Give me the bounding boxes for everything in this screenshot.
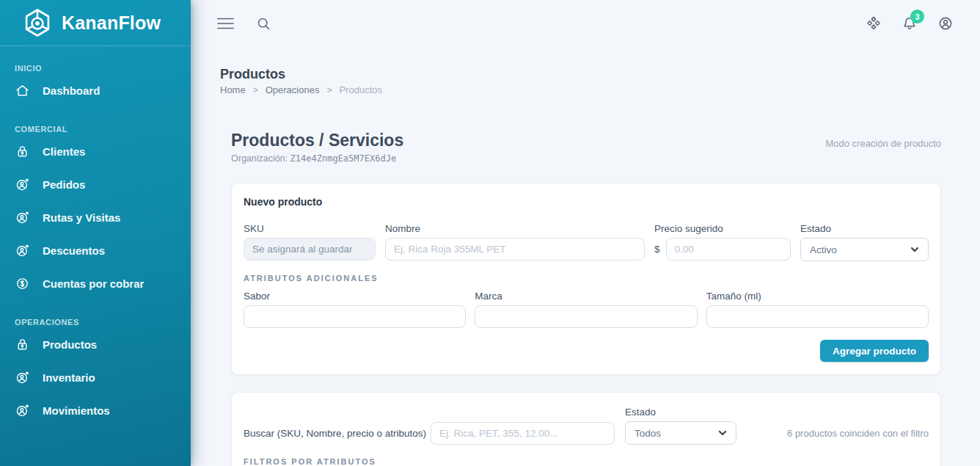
organization-label: Organización: <box>231 153 288 164</box>
mode-note: Modo creación de producto <box>825 138 941 164</box>
marca-label: Marca <box>475 291 697 302</box>
sku-label: SKU <box>244 223 376 235</box>
dollar-circle-icon <box>15 276 30 291</box>
product-filter-card: Buscar (SKU, Nombre, precio o atributos)… <box>231 392 941 466</box>
new-product-card-title: Nuevo producto <box>244 196 929 208</box>
organization-id: Z14e4ZnmgEa5M7EX6dJe <box>290 153 397 164</box>
breadcrumb-home[interactable]: Home <box>220 84 246 96</box>
breadcrumb: Home > Operaciones > Productos <box>220 84 941 96</box>
marca-input[interactable] <box>475 305 697 328</box>
estado-select[interactable]: Activo <box>800 238 929 261</box>
lock-icon <box>15 337 30 352</box>
main-area: 3 Productos Home > Operaciones > Product… <box>191 0 980 466</box>
sidebar-item-pedidos[interactable]: Pedidos <box>0 168 191 201</box>
sidebar-item-label: Descuentos <box>43 244 105 257</box>
home-icon <box>15 83 30 98</box>
sabor-label: Sabor <box>244 291 466 302</box>
sidebar: KananFlow INICIO Dashboard COMERCIAL Cli… <box>0 0 191 466</box>
kananflow-hexagon-logo-icon <box>22 7 53 38</box>
lock-icon <box>15 144 30 159</box>
sidebar-item-label: Rutas y Visitas <box>43 211 120 224</box>
person-circle-icon <box>15 370 30 385</box>
filter-estado-select-value: Todos <box>635 428 661 439</box>
sidebar-item-inventario[interactable]: Inventario <box>0 361 191 394</box>
nombre-input[interactable] <box>385 238 645 261</box>
page-title: Productos / Servicios <box>231 130 403 150</box>
breadcrumb-current: Productos <box>339 84 382 96</box>
sidebar-item-movimientos[interactable]: Movimientos <box>0 394 191 427</box>
sidebar-item-label: Clientes <box>43 145 85 158</box>
new-product-card: Nuevo producto SKU Nombre Precio sugerid… <box>231 183 941 375</box>
precio-input[interactable] <box>666 238 791 261</box>
brand-name: KananFlow <box>62 12 161 34</box>
buscar-input[interactable] <box>431 422 615 445</box>
breadcrumb-separator: > <box>326 84 332 96</box>
estado-label: Estado <box>800 223 929 235</box>
hamburger-menu-icon[interactable] <box>217 18 234 29</box>
currency-prefix: $ <box>654 244 660 255</box>
sidebar-item-label: Productos <box>43 338 97 351</box>
sidebar-item-label: Dashboard <box>43 84 100 97</box>
sidebar-item-rutas-y-visitas[interactable]: Rutas y Visitas <box>0 201 191 234</box>
chevron-down-icon <box>910 245 919 254</box>
sidebar-item-label: Cuentas por cobrar <box>43 277 144 290</box>
nav-section-inicio: INICIO <box>0 46 191 74</box>
tamano-input[interactable] <box>706 305 929 328</box>
user-profile-icon[interactable] <box>937 15 954 32</box>
filters-by-attributes-heading: FILTROS POR ATRIBUTOS <box>244 456 929 466</box>
sabor-input[interactable] <box>244 305 466 328</box>
breadcrumb-separator: > <box>253 84 258 96</box>
sidebar-item-clientes[interactable]: Clientes <box>0 135 191 168</box>
organization-line: Organización: Z14e4ZnmgEa5M7EX6dJe <box>231 153 403 164</box>
attributes-heading: ATRIBUTOS ADICIONALES <box>244 273 929 283</box>
sidebar-item-descuentos[interactable]: Descuentos <box>0 234 191 267</box>
person-circle-icon <box>15 177 30 192</box>
sku-input[interactable] <box>244 238 376 261</box>
precio-label: Precio sugerido <box>654 223 791 235</box>
nav-section-operaciones: OPERACIONES <box>0 300 191 328</box>
brand-logo[interactable]: KananFlow <box>0 0 191 46</box>
sidebar-item-label: Movimientos <box>43 404 110 417</box>
estado-select-value: Activo <box>810 244 837 255</box>
sidebar-item-label: Inventario <box>43 371 95 384</box>
apps-grid-icon[interactable] <box>866 15 882 32</box>
sidebar-item-productos[interactable]: Productos <box>0 328 191 361</box>
notification-count-badge: 3 <box>910 10 924 23</box>
filter-result-count: 6 productos coinciden con el filtro <box>787 428 929 445</box>
filter-estado-label: Estado <box>625 407 736 418</box>
sidebar-item-label: Pedidos <box>43 178 85 191</box>
filter-estado-select[interactable]: Todos <box>625 421 736 445</box>
person-circle-icon <box>15 210 30 225</box>
page-header-title: Productos <box>220 66 941 82</box>
chevron-down-icon <box>718 429 727 437</box>
person-circle-icon <box>15 243 30 258</box>
nombre-label: Nombre <box>385 223 645 235</box>
top-bar: 3 <box>191 0 980 47</box>
sidebar-item-dashboard[interactable]: Dashboard <box>0 74 191 107</box>
nav-section-comercial: COMERCIAL <box>0 107 191 135</box>
breadcrumb-operaciones[interactable]: Operaciones <box>266 84 320 96</box>
buscar-label: Buscar (SKU, Nombre, precio o atributos) <box>244 428 426 439</box>
agregar-producto-button[interactable]: Agregar producto <box>820 340 929 362</box>
tamano-label: Tamaño (ml) <box>706 291 929 302</box>
person-circle-icon <box>15 403 30 418</box>
sidebar-item-cuentas-por-cobrar[interactable]: Cuentas por cobrar <box>0 267 191 300</box>
search-icon[interactable] <box>256 16 271 32</box>
sidebar-nav: INICIO Dashboard COMERCIAL Clientes Pedi… <box>0 46 191 427</box>
